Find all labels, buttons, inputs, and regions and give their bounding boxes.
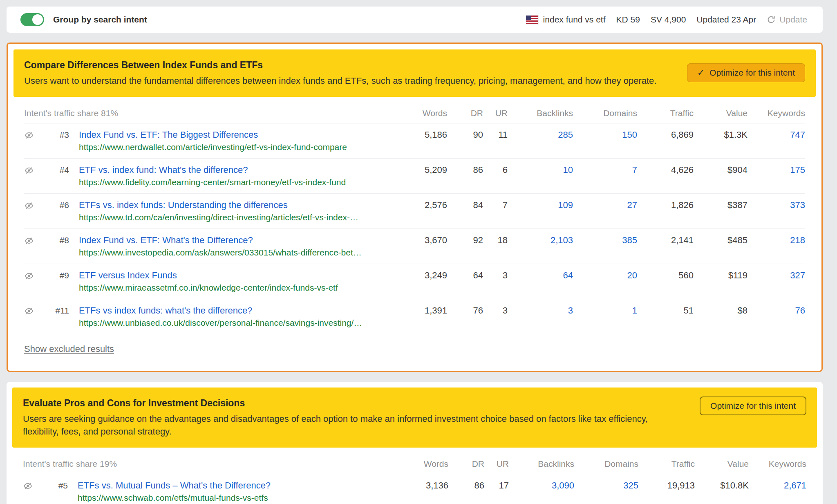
backlinks-link[interactable]: 10	[508, 164, 573, 176]
traffic-value: 19,913	[638, 479, 695, 492]
backlinks-link[interactable]: 285	[508, 129, 573, 141]
result-title-cell: Index Fund vs. ETF: What's the Differenc…	[69, 234, 398, 259]
domains-link[interactable]: 1	[573, 305, 637, 317]
result-url-link[interactable]: https://www.investopedia.com/ask/answers…	[79, 246, 398, 259]
col-header-traffic: Traffic	[638, 459, 695, 469]
words-value: 3,136	[399, 479, 448, 492]
hide-result-button[interactable]	[24, 199, 42, 212]
traffic-value: 1,826	[637, 199, 694, 211]
backlinks-link[interactable]: 3	[508, 305, 573, 317]
check-icon: ✓	[697, 67, 705, 78]
hide-result-button[interactable]	[24, 129, 42, 141]
backlinks-link[interactable]: 3,090	[509, 479, 574, 492]
dr-value: 90	[447, 129, 483, 141]
col-header-keywords: Keywords	[749, 459, 806, 469]
group-by-search-intent-toggle[interactable]	[20, 13, 44, 26]
domains-link[interactable]: 385	[573, 234, 637, 246]
eye-off-icon	[24, 306, 34, 316]
dr-value: 84	[447, 199, 483, 211]
update-button[interactable]: Update	[767, 15, 807, 25]
result-url-link[interactable]: https://www.miraeassetmf.co.in/knowledge…	[79, 282, 398, 294]
result-title-link[interactable]: Index Fund vs. ETF: What's the Differenc…	[79, 234, 398, 246]
result-url-link[interactable]: https://www.td.com/ca/en/investing/direc…	[79, 211, 398, 224]
col-header-ur: UR	[484, 459, 509, 469]
result-rank: #11	[42, 305, 69, 317]
ur-value: 3	[483, 305, 508, 317]
keywords-link[interactable]: 218	[747, 234, 805, 246]
topbar-left: Group by search intent	[20, 13, 147, 26]
intent-header: Compare Differences Between Index Funds …	[13, 49, 816, 97]
result-title-link[interactable]: ETF versus Index Funds	[79, 269, 398, 282]
result-rank: #3	[42, 129, 69, 141]
keyword-difficulty: KD 59	[616, 15, 640, 25]
value-value: $10.8K	[695, 479, 749, 492]
words-value: 2,576	[398, 199, 447, 211]
optimize-for-intent-button[interactable]: ✓ Optimize for this intent	[687, 63, 805, 82]
domains-link[interactable]: 325	[574, 479, 638, 492]
result-url-link[interactable]: https://www.nerdwallet.com/article/inves…	[79, 141, 398, 153]
result-title-cell: ETFs vs. index funds: Understanding the …	[69, 199, 398, 224]
col-header-value: Value	[694, 108, 747, 118]
domains-link[interactable]: 27	[573, 199, 637, 211]
result-title-link[interactable]: ETFs vs. index funds: Understanding the …	[79, 199, 398, 211]
intent-description: Users want to understand the fundamental…	[24, 74, 667, 87]
result-row: #6 ETFs vs. index funds: Understanding t…	[24, 193, 805, 228]
eye-off-icon	[24, 271, 34, 281]
value-value: $1.3K	[694, 129, 747, 141]
traffic-value: 560	[637, 269, 694, 282]
intent-header: Evaluate Pros and Cons for Investment De…	[12, 388, 817, 448]
result-title-link[interactable]: ETFs vs. Mutual Funds – What's the Diffe…	[78, 479, 399, 492]
result-url-link[interactable]: https://www.fidelity.com/learning-center…	[79, 176, 398, 188]
show-excluded-results-link[interactable]: Show excluded results	[24, 344, 114, 354]
traffic-value: 2,141	[637, 234, 694, 246]
keywords-link[interactable]: 2,671	[749, 479, 806, 492]
intent-title: Evaluate Pros and Cons for Investment De…	[23, 396, 680, 410]
keyword-label: index fund vs etf	[543, 15, 606, 25]
dr-value: 92	[447, 234, 483, 246]
results-table: Intent's traffic share 19% Words DR UR B…	[12, 448, 817, 504]
hide-result-button[interactable]	[23, 479, 41, 492]
intent-title: Compare Differences Between Index Funds …	[24, 58, 667, 72]
domains-link[interactable]: 150	[573, 129, 637, 141]
backlinks-link[interactable]: 2,103	[508, 234, 573, 246]
result-url-link[interactable]: https://www.unbiased.co.uk/discover/pers…	[79, 317, 398, 329]
ur-value: 3	[483, 269, 508, 282]
words-value: 5,186	[398, 129, 447, 141]
optimize-button-label: Optimize for this intent	[710, 401, 796, 411]
keywords-link[interactable]: 327	[747, 269, 805, 282]
hide-result-button[interactable]	[24, 305, 42, 317]
col-header-dr: DR	[448, 459, 484, 469]
hide-result-button[interactable]	[24, 164, 42, 177]
words-value: 1,391	[398, 305, 447, 317]
dr-value: 86	[448, 479, 484, 492]
optimize-for-intent-button[interactable]: Optimize for this intent	[700, 396, 806, 415]
traffic-value: 51	[637, 305, 694, 317]
result-title-link[interactable]: ETF vs. index fund: What's the differenc…	[79, 164, 398, 176]
col-header-dr: DR	[447, 108, 483, 118]
result-row: #9 ETF versus Index Funds https://www.mi…	[24, 264, 805, 299]
hide-result-button[interactable]	[24, 234, 42, 247]
result-title-link[interactable]: Index Fund vs. ETF: The Biggest Differen…	[79, 129, 398, 141]
toggle-knob	[32, 14, 43, 25]
keywords-link[interactable]: 175	[747, 164, 805, 176]
col-header-domains: Domains	[574, 459, 638, 469]
intent-description: Users are seeking guidance on the advant…	[23, 412, 680, 438]
domains-link[interactable]: 7	[573, 164, 637, 176]
col-header-value: Value	[695, 459, 749, 469]
result-row: #11 ETFs vs index funds: what's the diff…	[24, 299, 805, 334]
value-value: $387	[694, 199, 747, 211]
keywords-link[interactable]: 76	[747, 305, 805, 317]
result-url-link[interactable]: https://www.schwab.com/etfs/mutual-funds…	[78, 492, 399, 504]
updated-date: Updated 23 Apr	[696, 15, 756, 25]
keywords-link[interactable]: 373	[747, 199, 805, 211]
result-title-link[interactable]: ETFs vs index funds: what's the differen…	[79, 305, 398, 317]
domains-link[interactable]: 20	[573, 269, 637, 282]
value-value: $904	[694, 164, 747, 176]
words-value: 5,209	[398, 164, 447, 176]
backlinks-link[interactable]: 109	[508, 199, 573, 211]
hide-result-button[interactable]	[24, 269, 42, 282]
backlinks-link[interactable]: 64	[508, 269, 573, 282]
keywords-link[interactable]: 747	[747, 129, 805, 141]
intent-header-text: Evaluate Pros and Cons for Investment De…	[23, 396, 680, 438]
words-value: 3,249	[398, 269, 447, 282]
